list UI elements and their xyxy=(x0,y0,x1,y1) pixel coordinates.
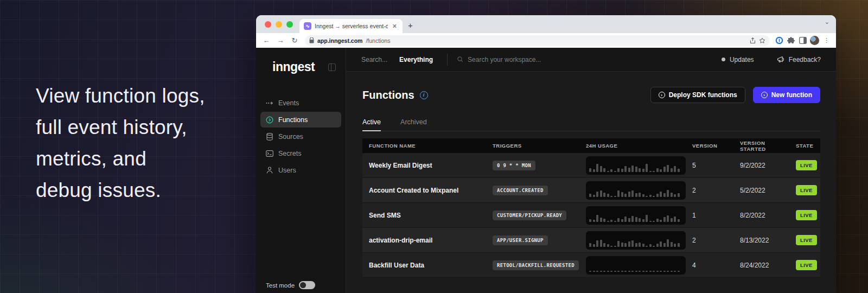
hero-text: View function logs, full event history, … xyxy=(36,80,264,206)
extensions-puzzle-icon[interactable] xyxy=(786,37,796,44)
close-window-button[interactable] xyxy=(265,21,271,28)
sidebar-item-label: Sources xyxy=(278,133,303,141)
feedback-link[interactable]: Feedback? xyxy=(789,56,821,63)
sidebar-item-secrets[interactable]: Secrets xyxy=(260,145,341,161)
back-icon[interactable]: ← xyxy=(260,36,272,44)
search-scope-selector[interactable]: Everything xyxy=(399,56,433,63)
sidebar-item-events[interactable]: Events xyxy=(260,95,341,111)
sidebar: inngest Events Functions xyxy=(256,48,346,293)
version-value: 1 xyxy=(686,212,733,219)
tab-archived[interactable]: Archived xyxy=(400,118,427,131)
search-icon xyxy=(457,56,463,62)
share-icon[interactable] xyxy=(750,37,756,44)
usage-sparkline xyxy=(586,231,686,250)
tab-strip: ∿ Inngest → serverless event-dri ✕ + ⌄ xyxy=(256,15,836,33)
col-24h-usage: 24H USAGE xyxy=(579,143,686,149)
new-function-button[interactable]: › New function xyxy=(753,87,820,103)
inngest-favicon-icon: ∿ xyxy=(304,22,311,30)
hero-line: debug issues. xyxy=(36,175,264,206)
tab-strip-chevron-icon[interactable]: ⌄ xyxy=(825,18,829,26)
sidebar-collapse-icon[interactable] xyxy=(328,63,336,71)
minimize-window-button[interactable] xyxy=(276,21,282,28)
version-value: 5 xyxy=(686,162,733,169)
function-name: Account Created to Mixpanel xyxy=(362,187,486,194)
search-label[interactable]: Search... xyxy=(361,56,387,63)
browser-window: ∿ Inngest → serverless event-dri ✕ + ⌄ ←… xyxy=(256,15,836,293)
test-mode-toggle[interactable] xyxy=(299,281,315,289)
usage-sparkline xyxy=(586,156,686,175)
events-icon xyxy=(266,101,273,105)
functions-table: FUNCTION NAME TRIGGERS 24H USAGE VERSION… xyxy=(362,138,820,278)
state-badge: LIVE xyxy=(796,260,817,270)
table-row[interactable]: activation-drip-email APP/USER.SIGNUP 2 … xyxy=(362,228,820,253)
forward-icon[interactable]: → xyxy=(275,36,286,44)
maximize-window-button[interactable] xyxy=(286,21,293,28)
usage-sparkline xyxy=(586,206,686,225)
trigger-badge: ACCOUNT.CREATED xyxy=(493,186,548,195)
test-mode-label: Test mode xyxy=(266,282,295,289)
version-started-value: 5/2/2022 xyxy=(733,187,789,194)
version-value: 4 xyxy=(686,262,733,269)
col-version-started: VERSION STARTED xyxy=(733,140,789,152)
function-name: Backfill User Data xyxy=(362,262,486,269)
terminal-icon xyxy=(266,150,273,157)
browser-toolbar: ← → ↻ app.inngest.com/functions ⋮ xyxy=(256,33,836,48)
bookmark-star-icon[interactable] xyxy=(759,37,765,44)
state-badge: LIVE xyxy=(796,185,817,195)
sidebar-item-sources[interactable]: Sources xyxy=(260,129,341,144)
trigger-badge: APP/USER.SIGNUP xyxy=(493,235,548,245)
functions-icon xyxy=(266,116,273,124)
database-icon xyxy=(266,133,273,141)
workspace-search-input[interactable]: Search your workspace... xyxy=(457,56,722,63)
table-row[interactable]: Account Created to Mixpanel ACCOUNT.CREA… xyxy=(362,178,820,203)
tab-close-icon[interactable]: ✕ xyxy=(391,23,398,30)
state-badge: LIVE xyxy=(796,210,817,220)
trigger-badge: 0 9 * * MON xyxy=(493,161,535,170)
table-row[interactable]: Backfill User Data RETOOL/BACKFILL.REQUE… xyxy=(362,253,820,278)
table-row[interactable]: Weekly Email Digest 0 9 * * MON 5 9/2/20… xyxy=(362,153,820,178)
updates-link[interactable]: Updates xyxy=(730,56,754,63)
version-started-value: 9/2/2022 xyxy=(733,162,789,169)
sidebar-nav: Events Functions Sources xyxy=(256,84,346,178)
sidebar-item-users[interactable]: Users xyxy=(260,162,341,178)
user-icon xyxy=(266,167,273,174)
function-tabs: Active Archived xyxy=(362,118,820,131)
megaphone-icon xyxy=(777,56,784,63)
tab-active[interactable]: Active xyxy=(362,118,381,131)
hero-line: View function logs, xyxy=(36,80,264,112)
browser-menu-icon[interactable]: ⋮ xyxy=(821,37,832,44)
function-name: activation-drip-email xyxy=(362,237,486,244)
version-started-value: 8/2/2022 xyxy=(733,212,789,219)
reload-icon[interactable]: ↻ xyxy=(289,36,301,44)
info-icon[interactable]: i xyxy=(420,91,428,99)
version-value: 2 xyxy=(686,237,733,244)
inngest-logo[interactable]: inngest xyxy=(272,60,315,74)
lock-icon[interactable] xyxy=(309,37,314,43)
sidebar-item-functions[interactable]: Functions xyxy=(260,112,341,128)
deploy-icon: › xyxy=(659,92,665,98)
inngest-app: inngest Events Functions xyxy=(256,48,836,293)
table-header-row: FUNCTION NAME TRIGGERS 24H USAGE VERSION… xyxy=(362,138,820,153)
password-extension-icon[interactable] xyxy=(774,36,784,44)
browser-tab[interactable]: ∿ Inngest → serverless event-dri ✕ xyxy=(299,19,403,33)
table-row[interactable]: Send SMS CUSTOMER/PICKUP.READY 1 8/2/202… xyxy=(362,203,820,228)
usage-sparkline xyxy=(586,181,686,200)
hero-line: metrics, and xyxy=(36,143,264,175)
side-panel-icon[interactable] xyxy=(798,37,808,44)
version-started-value: 8/24/2022 xyxy=(733,262,789,269)
sidebar-item-label: Functions xyxy=(278,116,308,124)
sidebar-item-label: Secrets xyxy=(278,150,301,157)
functions-page: Functions i › Deploy SDK functions › New… xyxy=(346,72,836,293)
profile-avatar[interactable] xyxy=(810,36,819,45)
new-function-icon: › xyxy=(761,92,768,98)
workspace-search-placeholder: Search your workspace... xyxy=(468,56,541,63)
state-badge: LIVE xyxy=(796,160,817,170)
trigger-badge: RETOOL/BACKFILL.REQUESTED xyxy=(493,260,579,270)
tab-title: Inngest → serverless event-dri xyxy=(315,23,388,29)
deploy-sdk-functions-button[interactable]: › Deploy SDK functions xyxy=(650,87,745,103)
app-topbar: Search... Everything Search your workspa… xyxy=(346,48,836,72)
new-tab-button[interactable]: + xyxy=(403,21,418,33)
function-name: Weekly Email Digest xyxy=(362,162,486,169)
address-bar[interactable]: app.inngest.com/functions xyxy=(305,35,770,46)
updates-dot-icon xyxy=(722,58,725,61)
